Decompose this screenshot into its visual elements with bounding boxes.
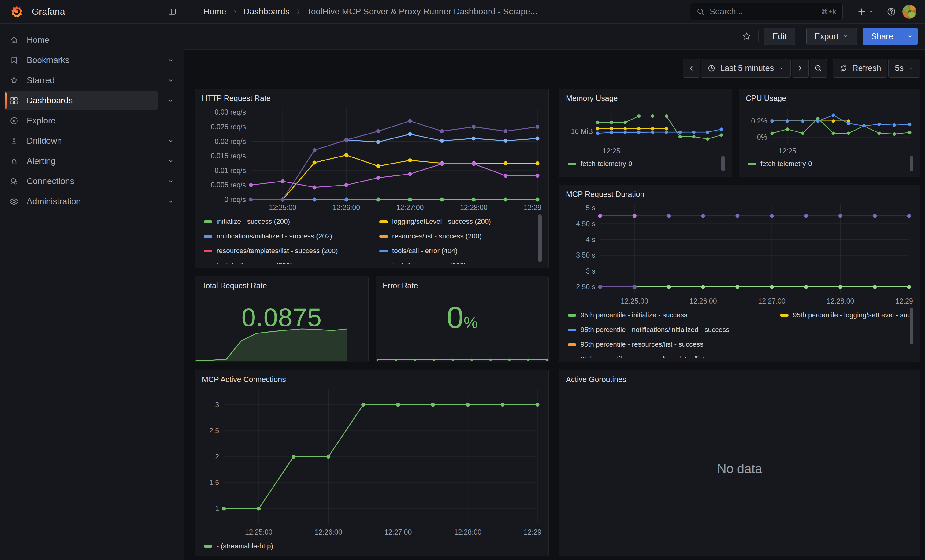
svg-text:12:26:00: 12:26:00 bbox=[690, 297, 717, 305]
help-button[interactable] bbox=[884, 5, 898, 18]
legend-item[interactable]: - (streamable-http) bbox=[204, 542, 273, 550]
export-button[interactable]: Export bbox=[806, 27, 857, 45]
sidebar-link-starred[interactable]: Starred bbox=[5, 71, 158, 90]
dashboard-toolbar: Edit Export Share bbox=[184, 24, 925, 50]
new-button[interactable] bbox=[855, 5, 876, 18]
legend-item[interactable]: initialize - success (200) bbox=[204, 218, 369, 225]
legend-swatch bbox=[204, 250, 212, 252]
time-series-chart[interactable]: 16 MiB12:25 bbox=[566, 104, 725, 155]
chevron-left-icon bbox=[687, 64, 696, 72]
legend-item[interactable]: 95th percentile - logging/setLevel - suc… bbox=[780, 311, 913, 319]
legend-scrollbar[interactable] bbox=[538, 214, 542, 262]
panel-title[interactable]: Error Rate bbox=[383, 281, 542, 291]
legend-label: 95th percentile - resources/list - succe… bbox=[581, 341, 703, 348]
svg-text:0%: 0% bbox=[757, 133, 767, 141]
legend-item[interactable]: fetch-telemetry-0 bbox=[747, 160, 812, 168]
sidebar-link-bookmarks[interactable]: Bookmarks bbox=[5, 50, 158, 70]
edit-button[interactable]: Edit bbox=[764, 27, 795, 45]
chevron-down-icon[interactable] bbox=[158, 151, 184, 171]
refresh-button[interactable]: Refresh bbox=[833, 59, 888, 78]
legend-item[interactable]: notifications/initialized - success (202… bbox=[204, 232, 369, 240]
legend-item[interactable]: 95th percentile - resources/list - succe… bbox=[568, 341, 770, 348]
stat-value: 0% bbox=[376, 300, 548, 335]
sidebar-link-explore[interactable]: Explore bbox=[5, 111, 158, 131]
svg-text:12:25: 12:25 bbox=[779, 147, 796, 155]
star-dashboard-icon[interactable] bbox=[741, 30, 753, 42]
search-input[interactable]: Search... ⌘+k bbox=[690, 3, 843, 21]
panel-title[interactable]: CPU Usage bbox=[746, 93, 913, 104]
svg-text:12:25: 12:25 bbox=[603, 147, 620, 155]
svg-text:3 s: 3 s bbox=[586, 267, 595, 275]
share-menu-button[interactable] bbox=[902, 27, 917, 45]
chevron-down-icon[interactable] bbox=[158, 192, 184, 211]
sidebar-link-home[interactable]: Home bbox=[5, 30, 158, 50]
sidebar-item-dashboards: Dashboards bbox=[5, 91, 184, 110]
legend-item[interactable]: resources/list - success (200) bbox=[379, 232, 523, 240]
chevron-down-icon bbox=[907, 33, 913, 40]
toolbar-divider bbox=[758, 30, 759, 42]
legend-item[interactable]: 95th percentile - resources/templates/li… bbox=[568, 355, 770, 358]
time-series-chart[interactable]: 32.521.5112:25:0012:26:0012:27:0012:28:0… bbox=[202, 386, 542, 538]
chevron-down-icon[interactable] bbox=[158, 50, 184, 70]
legend-swatch bbox=[568, 343, 576, 346]
sidebar-link-drilldown[interactable]: Drilldown bbox=[5, 131, 158, 151]
legend-item[interactable]: unknown - success (200) bbox=[533, 262, 542, 264]
legend-row: 95th percentile - notifications/initiali… bbox=[566, 323, 913, 337]
legend-swatch bbox=[568, 163, 576, 165]
legend-item[interactable]: fetch-telemetry-0 bbox=[568, 160, 632, 168]
legend-swatch bbox=[204, 221, 212, 223]
dock-menu-icon[interactable] bbox=[165, 5, 179, 19]
chevron-down-icon bbox=[842, 33, 849, 40]
share-button[interactable]: Share bbox=[863, 27, 902, 45]
legend-label: 95th percentile - resources/templates/li… bbox=[581, 355, 735, 358]
chart-legend: fetch-telemetry-0 bbox=[566, 155, 725, 173]
time-shift-forward-button[interactable] bbox=[792, 59, 809, 78]
legend-scrollbar[interactable] bbox=[910, 308, 913, 344]
svg-text:12:28:00: 12:28:00 bbox=[454, 528, 482, 536]
grafana-logo-icon bbox=[10, 5, 24, 19]
time-shift-back-button[interactable] bbox=[683, 59, 700, 78]
chevron-down-icon[interactable] bbox=[158, 71, 184, 90]
legend-scrollbar[interactable] bbox=[721, 156, 725, 171]
svg-text:0.005 req/s: 0.005 req/s bbox=[211, 181, 246, 189]
time-series-chart[interactable]: 5 s4.50 s4 s3.50 s3 s2.50 s12:25:0012:26… bbox=[566, 200, 913, 306]
share-split-button: Share bbox=[863, 27, 917, 45]
time-series-chart[interactable]: 0 req/s0.005 req/s0.01 req/s0.015 req/s0… bbox=[202, 104, 542, 213]
panel-title[interactable]: Active Goroutines bbox=[566, 374, 913, 386]
time-range-picker[interactable]: Last 5 minutes bbox=[701, 59, 791, 78]
legend-scrollbar[interactable] bbox=[910, 156, 913, 171]
panel-title[interactable]: Total Request Rate bbox=[202, 281, 362, 291]
zoom-out-button[interactable] bbox=[810, 59, 827, 78]
star-icon bbox=[9, 76, 19, 85]
sidebar-link-connections[interactable]: Connections bbox=[5, 171, 158, 191]
sidebar-link-dashboards[interactable]: Dashboards bbox=[5, 91, 158, 110]
legend-item[interactable]: tools/call - error (404) bbox=[379, 247, 523, 255]
legend-item[interactable]: 95th percentile - notifications/initiali… bbox=[568, 326, 770, 334]
sidebar-link-alerting[interactable]: Alerting bbox=[5, 151, 158, 171]
breadcrumb-home[interactable]: Home bbox=[203, 7, 226, 17]
compass-icon bbox=[9, 116, 19, 125]
panel-title[interactable]: MCP Request Duration bbox=[566, 189, 913, 200]
legend-item[interactable]: logging/setLevel - success (200) bbox=[379, 218, 523, 225]
sidebar-link-administration[interactable]: Administration bbox=[5, 192, 158, 211]
time-series-chart[interactable]: 0.2%0%12:25 bbox=[746, 104, 913, 155]
user-avatar[interactable] bbox=[902, 5, 916, 19]
chart-legend: fetch-telemetry-0 bbox=[746, 155, 913, 173]
svg-text:12:26:00: 12:26:00 bbox=[333, 204, 360, 212]
legend-item[interactable]: resources/templates/list - success (200) bbox=[204, 247, 369, 255]
svg-text:12:28:00: 12:28:00 bbox=[827, 297, 854, 305]
chevron-down-icon[interactable] bbox=[158, 131, 184, 151]
legend-swatch bbox=[379, 250, 388, 252]
breadcrumb-dashboards[interactable]: Dashboards bbox=[244, 7, 290, 17]
legend-swatch bbox=[204, 235, 212, 238]
panel-title[interactable]: Memory Usage bbox=[566, 93, 725, 104]
legend-item[interactable]: tools/list - success (200) bbox=[379, 262, 523, 264]
refresh-interval-picker[interactable]: 5s bbox=[888, 59, 920, 78]
legend-label: fetch-telemetry-0 bbox=[581, 160, 632, 168]
panel-title[interactable]: MCP Active Connections bbox=[202, 374, 542, 386]
panel-title[interactable]: HTTP Request Rate bbox=[202, 93, 542, 104]
legend-item[interactable]: 95th percentile - initialize - success bbox=[568, 311, 770, 319]
chevron-down-icon[interactable] bbox=[158, 171, 184, 191]
legend-item[interactable]: tools/call - success (200) bbox=[204, 262, 369, 264]
chevron-down-icon[interactable] bbox=[158, 91, 184, 110]
